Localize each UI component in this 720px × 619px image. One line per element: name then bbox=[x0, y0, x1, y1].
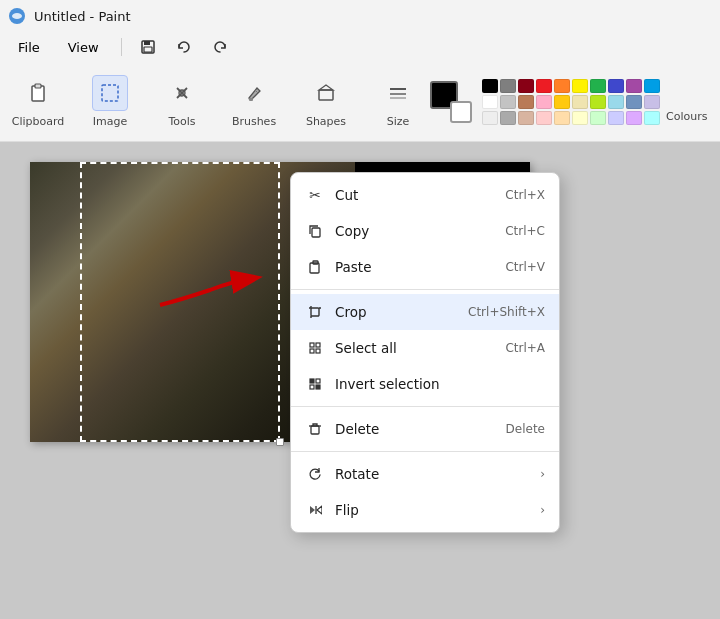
swatch-black[interactable] bbox=[482, 79, 498, 93]
invert-selection-icon bbox=[305, 374, 325, 394]
swatch-lightgray[interactable] bbox=[500, 95, 516, 109]
rotate-icon bbox=[305, 464, 325, 484]
shapes-button[interactable] bbox=[308, 75, 344, 111]
svg-rect-4 bbox=[144, 47, 152, 52]
colour-selector bbox=[430, 81, 472, 123]
canvas-area[interactable]: ✂ Cut Ctrl+X Copy Ctrl+C Paste Ctrl+ bbox=[0, 142, 720, 619]
swatch-orange[interactable] bbox=[554, 79, 570, 93]
swatch-purple[interactable] bbox=[626, 79, 642, 93]
ctx-paste-shortcut: Ctrl+V bbox=[505, 260, 545, 274]
colour-row-2 bbox=[482, 95, 660, 109]
ctx-flip[interactable]: Flip › bbox=[291, 492, 559, 528]
ctx-select-all[interactable]: Select all Ctrl+A bbox=[291, 330, 559, 366]
cut-icon: ✂ bbox=[305, 185, 325, 205]
swatch-yellow[interactable] bbox=[572, 79, 588, 93]
colours-label: Colours bbox=[666, 110, 707, 123]
colour-grid bbox=[482, 79, 660, 125]
swatch-nearwhite[interactable] bbox=[482, 111, 498, 125]
swatch-darkred[interactable] bbox=[518, 79, 534, 93]
ctx-rotate-label: Rotate bbox=[335, 466, 434, 482]
crop-icon bbox=[305, 302, 325, 322]
swatch-aqua[interactable] bbox=[644, 111, 660, 125]
swatch-gold[interactable] bbox=[554, 95, 570, 109]
svg-rect-13 bbox=[319, 90, 333, 100]
swatch-red[interactable] bbox=[536, 79, 552, 93]
swatch-white[interactable] bbox=[482, 95, 498, 109]
brushes-label: Brushes bbox=[232, 115, 276, 128]
ctx-crop-label: Crop bbox=[335, 304, 456, 320]
menu-file[interactable]: File bbox=[8, 36, 50, 59]
swatch-cyan[interactable] bbox=[644, 79, 660, 93]
menu-view[interactable]: View bbox=[58, 36, 109, 59]
swatch-steelblue[interactable] bbox=[626, 95, 642, 109]
colour-row-3 bbox=[482, 111, 660, 125]
svg-rect-26 bbox=[310, 343, 314, 347]
svg-rect-29 bbox=[316, 349, 320, 353]
select-all-icon bbox=[305, 338, 325, 358]
svg-marker-38 bbox=[317, 506, 322, 514]
swatch-gray[interactable] bbox=[500, 79, 516, 93]
ctx-copy[interactable]: Copy Ctrl+C bbox=[291, 213, 559, 249]
swatch-lightorange[interactable] bbox=[554, 111, 570, 125]
undo-button[interactable] bbox=[170, 33, 198, 61]
ctx-rotate[interactable]: Rotate › bbox=[291, 456, 559, 492]
swatch-pink[interactable] bbox=[536, 95, 552, 109]
swatch-lightyellow[interactable] bbox=[572, 111, 588, 125]
context-menu: ✂ Cut Ctrl+X Copy Ctrl+C Paste Ctrl+ bbox=[290, 172, 560, 533]
svg-rect-12 bbox=[249, 98, 253, 101]
svg-rect-30 bbox=[310, 379, 314, 383]
svg-rect-34 bbox=[311, 426, 319, 434]
separator-1 bbox=[291, 289, 559, 290]
toolbar-group-brushes: Brushes bbox=[224, 71, 284, 132]
save-button[interactable] bbox=[134, 33, 162, 61]
tools-button[interactable] bbox=[164, 75, 200, 111]
redo-button[interactable] bbox=[206, 33, 234, 61]
toolbar-group-size: Size bbox=[368, 71, 428, 132]
svg-rect-28 bbox=[310, 349, 314, 353]
swatch-lime[interactable] bbox=[590, 95, 606, 109]
swatch-blue[interactable] bbox=[608, 79, 624, 93]
canvas-handle-bottom[interactable] bbox=[276, 438, 284, 446]
swatch-lilac[interactable] bbox=[626, 111, 642, 125]
clipboard-button[interactable] bbox=[20, 75, 56, 111]
ctx-cut[interactable]: ✂ Cut Ctrl+X bbox=[291, 177, 559, 213]
svg-rect-7 bbox=[102, 85, 118, 101]
title-bar: Untitled - Paint bbox=[0, 0, 720, 32]
svg-rect-3 bbox=[144, 41, 150, 45]
ctx-delete-label: Delete bbox=[335, 421, 494, 437]
paste-icon bbox=[305, 257, 325, 277]
ctx-invert-selection-label: Invert selection bbox=[335, 376, 533, 392]
ctx-crop-shortcut: Ctrl+Shift+X bbox=[468, 305, 545, 319]
image-select-button[interactable] bbox=[92, 75, 128, 111]
ctx-flip-label: Flip bbox=[335, 502, 434, 518]
swatch-green[interactable] bbox=[590, 79, 606, 93]
swatch-lightblue[interactable] bbox=[608, 95, 624, 109]
size-button[interactable] bbox=[380, 75, 416, 111]
svg-rect-33 bbox=[316, 385, 320, 389]
svg-point-1 bbox=[12, 13, 22, 19]
menu-separator bbox=[121, 38, 122, 56]
image-label: Image bbox=[93, 115, 127, 128]
svg-rect-18 bbox=[312, 228, 320, 237]
ctx-flip-arrow: › bbox=[540, 503, 545, 517]
brushes-button[interactable] bbox=[236, 75, 272, 111]
ctx-crop[interactable]: Crop Ctrl+Shift+X bbox=[291, 294, 559, 330]
svg-marker-36 bbox=[310, 506, 315, 514]
swatch-lightpink[interactable] bbox=[536, 111, 552, 125]
ctx-paste[interactable]: Paste Ctrl+V bbox=[291, 249, 559, 285]
swatch-cream[interactable] bbox=[572, 95, 588, 109]
colour-secondary[interactable] bbox=[450, 101, 472, 123]
ctx-delete[interactable]: Delete Delete bbox=[291, 411, 559, 447]
swatch-brown[interactable] bbox=[518, 95, 534, 109]
swatch-medgray[interactable] bbox=[500, 111, 516, 125]
ctx-cut-shortcut: Ctrl+X bbox=[505, 188, 545, 202]
tools-label: Tools bbox=[168, 115, 195, 128]
swatch-periwinkle[interactable] bbox=[608, 111, 624, 125]
swatch-peach[interactable] bbox=[518, 111, 534, 125]
swatch-lavender[interactable] bbox=[644, 95, 660, 109]
swatch-lightgreen[interactable] bbox=[590, 111, 606, 125]
ctx-invert-selection[interactable]: Invert selection bbox=[291, 366, 559, 402]
delete-icon bbox=[305, 419, 325, 439]
clipboard-label: Clipboard bbox=[12, 115, 65, 128]
svg-rect-27 bbox=[316, 343, 320, 347]
